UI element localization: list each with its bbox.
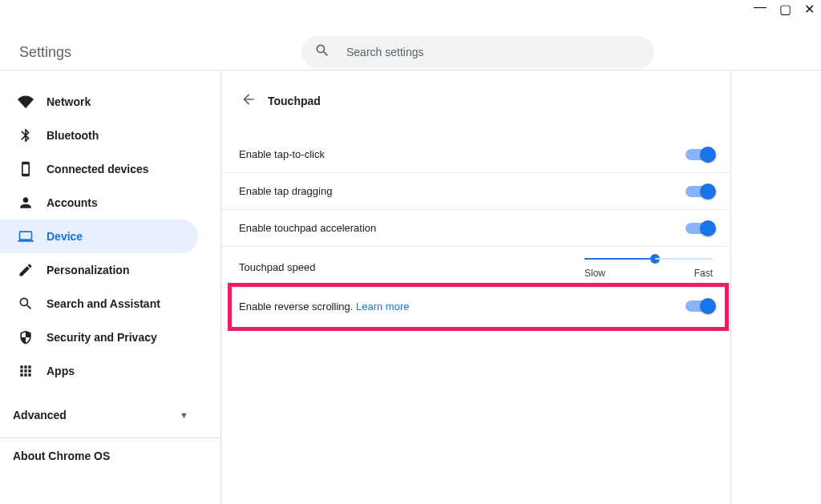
search-icon: [314, 42, 330, 62]
sidebar-item-label: Network: [47, 95, 91, 108]
touchpad-speed-slider[interactable]: [584, 258, 713, 260]
sidebar-item-device[interactable]: Device: [0, 220, 198, 253]
topbar: Settings: [0, 0, 821, 71]
row-label: Enable touchpad acceleration: [239, 222, 376, 234]
sidebar-item-label: Security and Privacy: [47, 331, 157, 344]
search-input[interactable]: [345, 45, 641, 59]
row-touchpad-speed: Touchpad speed Slow Fast: [221, 247, 730, 288]
sidebar-item-label: Device: [47, 230, 83, 243]
sidebar-item-personalization[interactable]: Personalization: [0, 253, 198, 287]
row-label: Touchpad speed: [239, 261, 315, 273]
sidebar-item-apps[interactable]: Apps: [0, 354, 198, 388]
bluetooth-icon: [18, 127, 34, 143]
search-icon: [18, 296, 34, 312]
row-tap-dragging: Enable tap dragging: [221, 173, 730, 210]
pencil-icon: [18, 262, 34, 278]
sidebar-item-accounts[interactable]: Accounts: [0, 186, 198, 220]
page-header: Touchpad: [221, 82, 730, 120]
sidebar-advanced-toggle[interactable]: Advanced ▼: [0, 396, 220, 434]
sidebar-item-label: Accounts: [47, 196, 98, 209]
toggle-tap-dragging[interactable]: [686, 186, 713, 197]
reverse-scrolling-label: Enable reverse scrolling.: [239, 300, 353, 312]
slider-min-label: Slow: [584, 268, 605, 279]
toggle-reverse-scrolling[interactable]: [686, 300, 713, 312]
back-button[interactable]: [236, 88, 261, 114]
sidebar-item-network[interactable]: Network: [0, 85, 198, 119]
sidebar-item-connected-devices[interactable]: Connected devices: [0, 152, 198, 186]
sidebar-item-label: Apps: [47, 365, 75, 377]
chevron-down-icon: ▼: [180, 410, 188, 420]
apps-grid-icon: [18, 363, 34, 379]
sidebar-item-search-assistant[interactable]: Search and Assistant: [0, 287, 198, 321]
row-label: Enable tap-to-click: [239, 148, 325, 160]
sidebar-item-bluetooth[interactable]: Bluetooth: [0, 119, 198, 152]
laptop-icon: [18, 228, 34, 244]
sidebar-item-security-privacy[interactable]: Security and Privacy: [0, 321, 198, 354]
about-label: About Chrome OS: [13, 450, 110, 462]
person-icon: [18, 195, 34, 211]
sidebar-about[interactable]: About Chrome OS: [0, 438, 220, 474]
slider-thumb[interactable]: [650, 254, 660, 264]
sidebar-item-label: Personalization: [47, 264, 129, 276]
panel: Touchpad Enable tap-to-click Enable tap …: [221, 71, 731, 504]
arrow-left-icon: [241, 91, 257, 111]
toggle-acceleration[interactable]: [686, 223, 713, 234]
main: Touchpad Enable tap-to-click Enable tap …: [221, 71, 821, 504]
row-label: Enable reverse scrolling. Learn more: [239, 300, 409, 312]
shield-icon: [18, 329, 34, 345]
sidebar: Network Bluetooth Connected devices Acco…: [0, 71, 221, 504]
row-label: Enable tap dragging: [239, 185, 332, 197]
learn-more-link[interactable]: Learn more: [356, 300, 409, 312]
phone-icon: [18, 161, 34, 177]
row-reverse-scrolling: Enable reverse scrolling. Learn more: [221, 288, 730, 325]
sidebar-item-label: Connected devices: [47, 163, 149, 175]
row-acceleration: Enable touchpad acceleration: [221, 210, 730, 247]
page-title: Touchpad: [268, 95, 321, 107]
wifi-icon: [18, 94, 34, 110]
toggle-tap-to-click[interactable]: [686, 149, 713, 160]
sidebar-item-label: Search and Assistant: [47, 297, 160, 310]
app-title: Settings: [19, 44, 71, 61]
sidebar-item-label: Bluetooth: [47, 129, 99, 142]
advanced-label: Advanced: [13, 409, 67, 421]
row-tap-to-click: Enable tap-to-click: [221, 136, 730, 173]
search-box[interactable]: [301, 36, 654, 68]
slider-max-label: Fast: [694, 268, 713, 279]
